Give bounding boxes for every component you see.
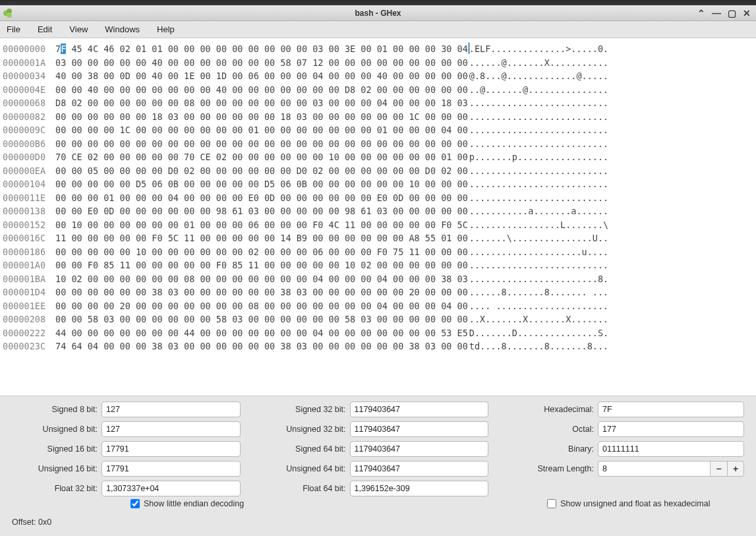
hex-bytes[interactable]: 00 00 58 03 00 00 00 00 00 00 58 03 00 0… [55, 313, 468, 326]
hex-bytes[interactable]: 03 00 00 00 00 00 40 00 00 00 00 00 00 0… [55, 56, 468, 70]
hex-bytes[interactable]: 00 00 00 00 20 00 00 00 00 00 00 00 08 0… [55, 299, 468, 313]
hex-row[interactable]: 0000009C00 00 00 00 1C 00 00 00 00 00 00… [3, 123, 753, 137]
menu-edit[interactable]: Edit [35, 23, 55, 36]
hex-ascii[interactable]: ......8.......8....... ... [469, 285, 608, 299]
checkbox-hex-mode[interactable] [547, 499, 556, 508]
hex-row[interactable]: 0000018600 00 00 00 00 10 00 00 00 00 00… [3, 245, 753, 259]
hex-ascii[interactable]: ...........a.......a...... [469, 204, 608, 218]
menu-help[interactable]: Help [154, 23, 177, 36]
hex-bytes[interactable]: 7F 45 4C 46 02 01 01 00 00 00 00 00 00 0… [55, 42, 468, 56]
field-u16[interactable] [102, 461, 241, 477]
field-hex[interactable] [598, 402, 744, 417]
field-s32[interactable] [350, 402, 489, 417]
hex-row[interactable]: 0000003440 00 38 00 0D 00 40 00 1E 00 1D… [3, 69, 753, 83]
hex-row[interactable]: 000000D070 CE 02 00 00 00 00 00 70 CE 02… [3, 150, 753, 164]
hex-ascii[interactable]: .................L.......\ [469, 218, 608, 232]
hex-ascii[interactable]: .......................... [469, 177, 608, 191]
hex-row[interactable]: 0000001A03 00 00 00 00 00 40 00 00 00 00… [3, 56, 753, 70]
hex-offset: 00000222 [3, 326, 55, 340]
hex-bytes[interactable]: 11 00 00 00 00 00 F0 5C 11 00 00 00 00 0… [55, 231, 468, 245]
hex-bytes[interactable]: 40 00 38 00 0D 00 40 00 1E 00 1D 00 06 0… [55, 69, 468, 83]
hex-row[interactable]: 0000022244 00 00 00 00 00 00 00 44 00 00… [3, 326, 753, 340]
hex-ascii[interactable]: .......................... [469, 191, 608, 205]
hex-ascii[interactable]: D.......D...............S. [469, 326, 608, 340]
minimize-icon[interactable]: — [712, 8, 721, 18]
hex-row[interactable]: 0000020800 00 58 03 00 00 00 00 00 00 58… [3, 313, 753, 326]
hex-bytes[interactable]: 00 00 00 00 00 00 18 03 00 00 00 00 00 0… [55, 110, 468, 124]
hex-ascii[interactable]: ..@.......@............... [469, 83, 608, 97]
field-f32[interactable] [102, 481, 241, 496]
field-s64[interactable] [350, 441, 489, 457]
stream-length-minus[interactable]: − [710, 461, 727, 477]
menu-view[interactable]: View [67, 23, 90, 36]
field-stream-length[interactable] [598, 461, 710, 477]
field-f64[interactable] [350, 481, 489, 496]
field-u8[interactable] [102, 421, 241, 437]
hex-bytes[interactable]: 74 64 04 00 00 00 38 03 00 00 00 00 00 0… [55, 340, 468, 353]
hex-row[interactable]: 0000010400 00 00 00 00 D5 06 0B 00 00 00… [3, 177, 753, 191]
hex-row[interactable]: 0000004E00 00 40 00 00 00 00 00 00 00 40… [3, 83, 753, 97]
field-s16[interactable] [102, 441, 241, 457]
hex-ascii[interactable]: ........................8. [469, 272, 608, 286]
hex-bytes[interactable]: 00 00 00 00 00 10 00 00 00 00 00 00 02 0… [55, 245, 468, 259]
hex-ascii[interactable]: p.......p................. [469, 150, 608, 164]
hex-row[interactable]: 000001EE00 00 00 00 20 00 00 00 00 00 00… [3, 299, 753, 313]
field-u64[interactable] [350, 461, 489, 477]
hex-row[interactable]: 000000B600 00 00 00 00 00 00 00 00 00 00… [3, 137, 753, 151]
hex-bytes[interactable]: 10 02 00 00 00 00 00 00 08 00 00 00 00 0… [55, 272, 468, 286]
hex-bytes[interactable]: 00 00 E0 0D 00 00 00 00 00 00 98 61 03 0… [55, 204, 468, 218]
hex-row[interactable]: 000000007F 45 4C 46 02 01 01 00 00 00 00… [3, 42, 753, 56]
hex-ascii[interactable]: .....................u.... [469, 245, 608, 259]
window-titlebar[interactable]: bash - GHex ⌃ — ▢ ✕ [0, 5, 756, 21]
hex-bytes[interactable]: 00 00 05 00 00 00 00 D0 02 00 00 00 00 0… [55, 164, 468, 178]
hex-bytes[interactable]: 44 00 00 00 00 00 00 00 44 00 00 00 00 0… [55, 326, 468, 340]
close-icon[interactable]: ✕ [743, 8, 751, 18]
hex-row[interactable]: 0000013800 00 E0 0D 00 00 00 00 00 00 98… [3, 204, 753, 218]
hex-ascii[interactable]: .......\...............U.. [469, 231, 608, 245]
hex-ascii[interactable]: .......................... [469, 258, 608, 272]
hex-ascii[interactable]: ..X.......X.......X....... [469, 313, 608, 326]
hex-ascii[interactable]: .... ..................... [469, 299, 608, 313]
field-bin[interactable] [598, 441, 744, 457]
hex-ascii[interactable]: .......................... [469, 123, 608, 137]
hex-ascii[interactable]: .......................... [469, 164, 608, 178]
hex-bytes[interactable]: 00 00 40 00 00 00 00 00 00 00 40 00 00 0… [55, 83, 468, 97]
hex-row[interactable]: 0000015200 10 00 00 00 00 00 00 01 00 00… [3, 218, 753, 232]
field-u32[interactable] [350, 421, 489, 437]
menu-windows[interactable]: Windows [102, 23, 142, 36]
field-oct[interactable] [598, 421, 744, 437]
checkbox-little-endian[interactable] [131, 499, 140, 508]
hex-row[interactable]: 0000008200 00 00 00 00 00 18 03 00 00 00… [3, 110, 753, 124]
hex-bytes[interactable]: D8 02 00 00 00 00 00 00 08 00 00 00 00 0… [55, 96, 468, 110]
hex-bytes[interactable]: 00 00 00 00 00 D5 06 0B 00 00 00 00 00 D… [55, 177, 468, 191]
hex-row[interactable]: 000001A000 00 F0 85 11 00 00 00 00 00 F0… [3, 258, 753, 272]
hex-bytes[interactable]: 00 10 00 00 00 00 00 00 01 00 00 00 06 0… [55, 218, 468, 232]
hex-row[interactable]: 0000016C11 00 00 00 00 00 F0 5C 11 00 00… [3, 231, 753, 245]
hex-row[interactable]: 000001BA10 02 00 00 00 00 00 00 08 00 00… [3, 272, 753, 286]
hex-ascii[interactable]: ......@.......X........... [469, 56, 608, 70]
hex-ascii[interactable]: .ELF..............>.....0. [469, 42, 608, 56]
hex-row[interactable]: 000000EA00 00 05 00 00 00 00 D0 02 00 00… [3, 164, 753, 178]
hex-ascii[interactable]: td....8.......8.......8... [469, 340, 608, 353]
maximize-icon[interactable]: ▢ [728, 8, 736, 18]
stream-length-plus[interactable]: + [727, 461, 744, 477]
ascii-cursor [469, 43, 469, 53]
hex-ascii[interactable]: .......................... [469, 110, 608, 124]
hex-bytes[interactable]: 00 00 00 00 00 00 00 00 00 00 00 00 00 0… [55, 137, 468, 151]
hex-ascii[interactable]: .......................... [469, 137, 608, 151]
hex-bytes[interactable]: 00 00 00 01 00 00 00 04 00 00 00 00 E0 0… [55, 191, 468, 205]
rollup-icon[interactable]: ⌃ [697, 8, 705, 18]
field-s8[interactable] [102, 402, 241, 417]
hex-row[interactable]: 0000011E00 00 00 01 00 00 00 04 00 00 00… [3, 191, 753, 205]
hex-ascii[interactable]: .......................... [469, 96, 608, 110]
menu-file[interactable]: File [4, 23, 23, 36]
hex-bytes[interactable]: 00 00 F0 85 11 00 00 00 00 00 F0 85 11 0… [55, 258, 468, 272]
hex-row[interactable]: 000001D400 00 00 00 00 00 38 03 00 00 00… [3, 285, 753, 299]
hex-ascii[interactable]: @.8...@.............@..... [469, 69, 608, 83]
hex-row[interactable]: 00000068D8 02 00 00 00 00 00 00 08 00 00… [3, 96, 753, 110]
hex-bytes[interactable]: 00 00 00 00 00 00 38 03 00 00 00 00 00 0… [55, 285, 468, 299]
hex-bytes[interactable]: 00 00 00 00 1C 00 00 00 00 00 00 00 01 0… [55, 123, 468, 137]
hex-row[interactable]: 0000023C74 64 04 00 00 00 38 03 00 00 00… [3, 340, 753, 353]
hex-editor-view[interactable]: 000000007F 45 4C 46 02 01 01 00 00 00 00… [0, 38, 756, 396]
hex-bytes[interactable]: 70 CE 02 00 00 00 00 00 70 CE 02 00 00 0… [55, 150, 468, 164]
